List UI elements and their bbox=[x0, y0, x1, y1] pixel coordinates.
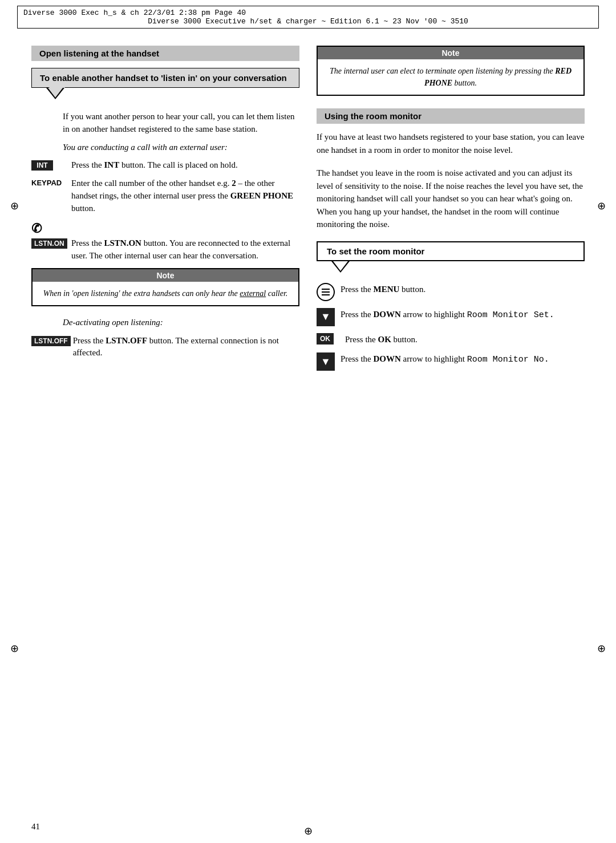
note-box-left-header: Note bbox=[33, 269, 298, 282]
instr-key-keypad: KEYPAD bbox=[31, 177, 71, 187]
lstnoff-key-label: LSTN.OFF bbox=[31, 336, 71, 346]
green-phone-bold: GREEN PHONE bbox=[230, 191, 293, 200]
sub-heading-box: To enable another handset to 'listen in'… bbox=[31, 68, 299, 88]
lstnon-bold: LSTN.ON bbox=[104, 238, 141, 248]
italic-label: You are conducting a call with an extern… bbox=[63, 141, 299, 154]
down-arrow-icon-2: ▼ bbox=[317, 352, 335, 371]
instr-key-lstnoff: LSTN.OFF bbox=[31, 335, 73, 346]
main-content: Open listening at the handset To enable … bbox=[31, 46, 585, 378]
monitor-instr-down2: ▼ Press the DOWN arrow to highlight Room… bbox=[317, 352, 585, 371]
int-bold: INT bbox=[104, 160, 120, 169]
red-phone-bold: RED PHONE bbox=[424, 67, 572, 87]
deactivating-label: De-activating open listening: bbox=[63, 317, 299, 329]
callout-arrow-inner bbox=[48, 88, 63, 98]
instr-text-keypad: Enter the call number of the other hands… bbox=[71, 177, 299, 214]
instr-keypad: KEYPAD Enter the call number of the othe… bbox=[31, 177, 299, 214]
header-line2: Diverse 3000 Executive h/set & charger ~… bbox=[23, 17, 593, 26]
set-monitor-arrow-wrapper bbox=[317, 261, 585, 273]
page-number: 41 bbox=[31, 822, 40, 832]
menu-line-2 bbox=[322, 291, 330, 293]
int-key-label: INT bbox=[31, 160, 53, 171]
section-heading-room-monitor: Using the room monitor bbox=[317, 108, 585, 124]
set-monitor-box: To set the room monitor bbox=[317, 241, 585, 261]
section-heading-open-listening: Open listening at the handset bbox=[31, 46, 299, 61]
phone-icon: ✆ bbox=[31, 221, 42, 236]
callout-arrow-wrapper bbox=[31, 88, 299, 99]
right-column: Note The internal user can elect to term… bbox=[317, 46, 585, 378]
set-monitor-callout: To set the room monitor bbox=[317, 241, 585, 273]
room-monitor-no-text: Room Monitor No. bbox=[467, 355, 549, 364]
callout-wrapper: To enable another handset to 'listen in'… bbox=[31, 68, 299, 99]
instr-lstnoff: LSTN.OFF Press the LSTN.OFF button. The … bbox=[31, 335, 299, 360]
phone-icon-key: ✆ bbox=[31, 220, 71, 236]
page: Diverse 3000 Exec h_s & ch 22/3/01 2:38 … bbox=[0, 6, 616, 843]
italic-label-wrapper: You are conducting a call with an extern… bbox=[31, 141, 299, 154]
set-monitor-arrow-inner bbox=[333, 261, 348, 271]
down-arrow-icon-1: ▼ bbox=[317, 308, 335, 326]
menu-line-3 bbox=[322, 294, 330, 295]
note-body-italic: When in 'open listening' the extra hands… bbox=[43, 289, 288, 298]
left-column: Open listening at the handset To enable … bbox=[31, 46, 299, 378]
reg-mark-right-bottom: ⊕ bbox=[597, 642, 606, 655]
page-header: Diverse 3000 Exec h_s & ch 22/3/01 2:38 … bbox=[17, 6, 599, 29]
intro-paragraph: If you want another person to hear your … bbox=[63, 111, 299, 136]
deactivating-block: De-activating open listening: LSTN.OFF P… bbox=[31, 317, 299, 359]
right-note-italic: The internal user can elect to terminate… bbox=[330, 67, 572, 87]
note-box-right: Note The internal user can elect to term… bbox=[317, 46, 585, 96]
reg-mark-left-bottom: ⊕ bbox=[10, 642, 19, 655]
reg-mark-left-top: ⊕ bbox=[10, 200, 19, 212]
menu-bold: MENU bbox=[374, 285, 400, 294]
note-box-left-body: When in 'open listening' the extra hands… bbox=[33, 282, 298, 305]
down-bold-2: DOWN bbox=[374, 354, 401, 363]
ok-bold: OK bbox=[378, 335, 391, 344]
note-box-right-body: The internal user can elect to terminate… bbox=[318, 59, 583, 95]
reg-mark-right-top: ⊕ bbox=[597, 200, 606, 212]
room-monitor-para2: The handset you leave in the room is noi… bbox=[317, 167, 585, 231]
ok-key-label: OK bbox=[317, 333, 334, 345]
menu-line-1 bbox=[322, 289, 330, 290]
instr-key-int: INT bbox=[31, 159, 71, 171]
monitor-instr-down1: ▼ Press the DOWN arrow to highlight Room… bbox=[317, 308, 585, 326]
sub-heading-container: To enable another handset to 'listen in'… bbox=[31, 68, 299, 99]
menu-icon bbox=[317, 283, 335, 301]
instr-int: INT Press the INT button. The call is pl… bbox=[31, 159, 299, 172]
reg-mark-bottom-center: ⊕ bbox=[304, 825, 313, 837]
menu-lines bbox=[322, 289, 330, 295]
monitor-instr-text-down2: Press the DOWN arrow to highlight Room M… bbox=[341, 352, 585, 367]
keypad-label: KEYPAD bbox=[31, 179, 62, 187]
intro-text: If you want another person to hear your … bbox=[31, 111, 299, 136]
ok-btn-wrapper: OK bbox=[317, 333, 339, 345]
instr-lstnon: LSTN.ON Press the LSTN.ON button. You ar… bbox=[31, 237, 299, 262]
deactivating-label-wrapper: De-activating open listening: bbox=[31, 317, 299, 329]
sub-heading-text: To enable another handset to 'listen in'… bbox=[40, 73, 287, 83]
note-box-right-header: Note bbox=[318, 47, 583, 59]
monitor-instr-text-menu: Press the MENU button. bbox=[341, 283, 585, 296]
monitor-instr-menu: Press the MENU button. bbox=[317, 283, 585, 301]
down-bold-1: DOWN bbox=[374, 310, 401, 319]
monitor-instr-text-ok: Press the OK button. bbox=[345, 333, 585, 346]
instr-text-lstnon: Press the LSTN.ON button. You are reconn… bbox=[71, 237, 299, 262]
room-monitor-para1: If you have at least two handsets regist… bbox=[317, 131, 585, 156]
instr-text-lstnoff: Press the LSTN.OFF button. The external … bbox=[73, 335, 299, 360]
header-line1: Diverse 3000 Exec h_s & ch 22/3/01 2:38 … bbox=[23, 9, 593, 17]
note-box-left: Note When in 'open listening' the extra … bbox=[31, 268, 299, 306]
room-monitor-set-text: Room Monitor Set. bbox=[467, 310, 554, 320]
monitor-instr-text-down1: Press the DOWN arrow to highlight Room M… bbox=[341, 308, 585, 322]
note-external-underline: external bbox=[240, 289, 266, 298]
set-monitor-heading: To set the room monitor bbox=[327, 246, 424, 256]
lstnoff-bold: LSTN.OFF bbox=[106, 336, 147, 345]
lstnon-key-label: LSTN.ON bbox=[31, 238, 67, 249]
instr-key-lstnon: LSTN.ON bbox=[31, 237, 71, 249]
monitor-instr-ok: OK Press the OK button. bbox=[317, 333, 585, 346]
instr-text-int: Press the INT button. The call is placed… bbox=[71, 159, 299, 172]
phone-icon-row: ✆ bbox=[31, 220, 299, 236]
keypad-bold-2: 2 bbox=[232, 179, 236, 188]
